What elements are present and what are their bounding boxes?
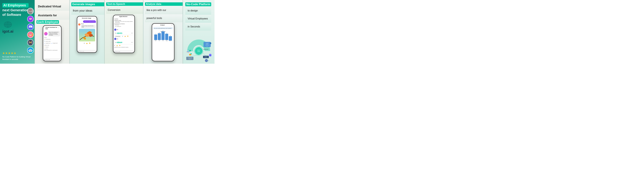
phone-content-2: Hello, I'm the assistant here to help yo…	[43, 30, 61, 58]
agent-row-4: ▲ Google drive 2	[51, 42, 58, 44]
generated-image	[79, 29, 95, 41]
svg-text:IGOT AI: IGOT AI	[198, 51, 200, 52]
svg-text:develop: develop	[198, 50, 200, 51]
panel3-subtitle: from your ideas	[71, 7, 104, 15]
phone-header-3: ← Generate image ✎ ···	[77, 16, 97, 20]
panel6-subtitle-3: in Seconds	[185, 23, 211, 31]
phone-screen-3: ← Generate image ✎ ··· Create me a beaut…	[77, 16, 97, 52]
user-message-container: Create me a beautiful fall leave	[78, 20, 96, 23]
svg-rect-31	[32, 50, 33, 51]
alis-avatar-1	[114, 28, 116, 31]
svg-rect-68	[190, 54, 190, 55]
avatar-6	[27, 47, 34, 54]
svg-point-14	[29, 17, 32, 18]
title-block: AI Employees next Generation of Software	[2, 3, 28, 17]
phone-input-bar-2[interactable]: 🎤 Write to start ↑	[43, 58, 61, 61]
audio-waveform-1	[117, 32, 131, 34]
panel6-subtitle-2: Virtual Employees	[185, 15, 211, 23]
alis-avatar-2	[114, 38, 116, 40]
phone-input-bar-tts[interactable]: 🎤 Write to start ↑	[114, 50, 134, 53]
svg-point-21	[29, 43, 32, 46]
panel2-title-line2: Assistants for	[36, 11, 70, 20]
svg-text:AI: AI	[208, 60, 209, 61]
avatar-1	[27, 8, 34, 14]
user-message: Create me a beautiful fall leave	[83, 20, 96, 23]
cap2-title: Functional Areas and Statistics:	[114, 23, 134, 25]
custom-row: ⚙ Custom 1	[44, 46, 60, 48]
tts-phone-header: ← Digital Marketer ✎ ···	[114, 15, 134, 18]
svg-text:Integrate: Integrate	[206, 43, 208, 44]
appealing-text: appealing and easy to understand at a gl…	[114, 47, 134, 48]
phone-input-bar-3[interactable]: 🎤 Write to start ↑	[77, 50, 97, 52]
panel3-highlight: Generate images	[71, 2, 104, 6]
panel-analyze: Analyze data like a pro with our powerfu…	[143, 0, 183, 64]
ai-employees-highlight: AI Employees	[3, 3, 26, 7]
panel3-title: Generate images from your ideas	[71, 2, 104, 15]
analyzer-title: Analyzer	[160, 24, 165, 25]
panel4-title: Text-to-Speech Conversion	[106, 2, 143, 14]
audio-time-2: 3:42	[131, 42, 133, 43]
svg-text:Platform: Platform	[189, 59, 191, 60]
svg-rect-30	[28, 50, 29, 51]
svg-point-50	[210, 43, 211, 44]
panel4-subtitle: Conversion	[106, 6, 143, 14]
believe-text-area: Alis ⏸	[114, 28, 134, 48]
audio-player-2[interactable]: ⏸	[114, 41, 134, 44]
agent-row-3: ▲ Google drive 1	[44, 42, 50, 44]
agent-row-1: 📝 Text generate	[44, 38, 60, 40]
logo-container: igot.ai	[2, 20, 28, 33]
panel2-highlight: Each Employee	[36, 20, 59, 24]
svg-text:AI: AI	[191, 54, 191, 54]
panel5-subtitle-1: like a pro with our	[145, 6, 183, 14]
highlight-box: AI Employees	[2, 3, 28, 7]
cap2-item: • Icon: Shopping Cart	[114, 26, 134, 27]
assistant-greeting: Hello, I'm the assistant here to help yo…	[44, 31, 60, 36]
try-saying-label: Try saying:	[44, 48, 60, 49]
ai-response-container: Thomas Certainly! Please check the below…	[78, 23, 96, 28]
analyzer-phone-header: ← Analyzer ✎ ···	[152, 24, 174, 26]
phone-mockup-tts: ← Digital Marketer ✎ ··· Capabilities In…	[113, 15, 135, 53]
svg-text:Database: Database	[206, 44, 208, 45]
svg-point-8	[29, 12, 32, 14]
svg-point-23	[29, 43, 32, 44]
svg-rect-27	[30, 51, 31, 52]
audio-player-1[interactable]: ⏸	[114, 32, 134, 35]
panel2-title: Dedicated Virtual Assistants for Each Em…	[36, 2, 70, 24]
bar-4	[169, 36, 172, 41]
assistant-greeting-text: Hello, I'm the assistant here to help yo…	[48, 31, 60, 36]
phone-screen-2: ← Virtual Assistant for Sale ✎ ··· Hello…	[43, 26, 61, 61]
avatar-5	[27, 39, 34, 46]
bar-group-3: 23k CreamHanging	[165, 33, 168, 41]
regen-btn-1[interactable]: ↻ Re-generate	[114, 36, 121, 37]
alis-row-1: Alis	[114, 28, 134, 31]
svg-text:source: source	[206, 46, 208, 47]
svg-rect-52	[187, 51, 188, 52]
phone-mockup-3: ← Generate image ✎ ··· Create me a beaut…	[77, 16, 97, 53]
avatars-container	[27, 8, 34, 54]
try-saying-text: Write a storyboard for a samurai game	[44, 50, 60, 51]
phone-screen-tts: ← Digital Marketer ✎ ··· Capabilities In…	[114, 15, 134, 53]
bar-1	[158, 33, 161, 40]
svg-text:Meta: Meta	[206, 60, 207, 61]
bar-chart: 21k Popcornholder 24.6k Worldwar 2 28.6k…	[154, 33, 172, 41]
subtitle-line2: of Software	[2, 13, 28, 17]
phone-title-3: Generate image	[82, 17, 91, 19]
platform-diagram-svg: Deploy & develop IGOT AI Deployment Inte…	[185, 32, 212, 64]
svg-point-29	[30, 48, 31, 49]
bar-group-0: 21k Popcornholder	[154, 34, 157, 41]
audio-waveform-2	[117, 41, 131, 43]
tts-capabilities: Capabilities Infographic Content: • Cent…	[114, 18, 134, 28]
phone-screen-analyze: ← Analyzer ✎ ··· How return product perf…	[152, 24, 174, 61]
svg-rect-54	[188, 52, 189, 53]
svg-point-22	[29, 41, 32, 42]
tts-phone-body: Capabilities Infographic Content: • Cent…	[114, 18, 134, 50]
action-row-tts: ⬇ 👍 👎	[114, 45, 134, 47]
bar-group-1: 24.6k Worldwar 2	[158, 32, 161, 41]
panel6-subtitle-1: to design	[185, 7, 211, 15]
svg-line-81	[202, 53, 206, 56]
panel6-title: No-Code Platform to design Virtual Emplo…	[185, 2, 211, 30]
phone-title-2: Virtual Assistant for Sale	[46, 27, 58, 29]
alis-row-2: Alis	[114, 37, 134, 40]
tagline-text: No-Code Platform for building Virtual As…	[2, 56, 32, 60]
panel2-title-line1: Dedicated Virtual	[36, 2, 70, 11]
